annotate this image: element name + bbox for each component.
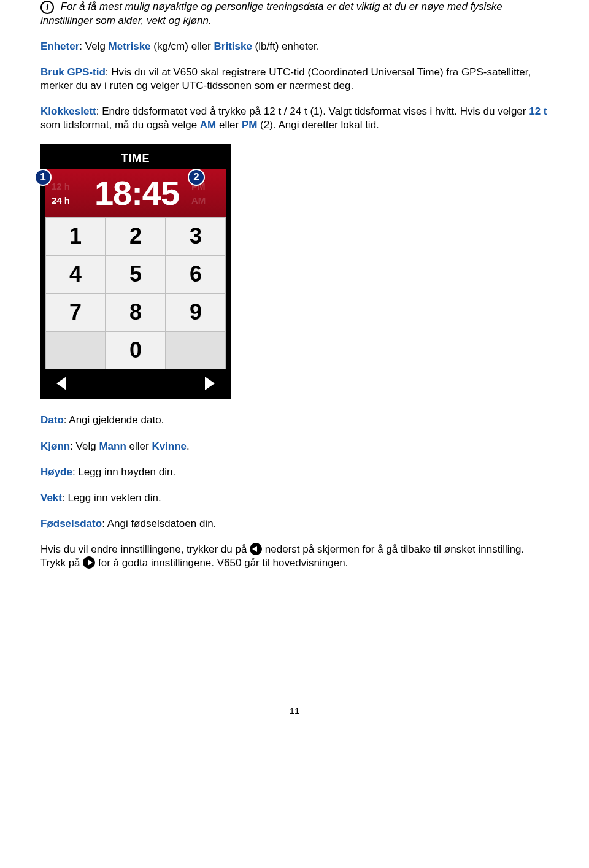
back-icon xyxy=(250,543,262,555)
text: : Angi fødselsdatoen din. xyxy=(102,518,216,529)
time-display: 18:45 xyxy=(82,171,191,216)
page-number: 11 xyxy=(40,705,549,717)
intro-para: i For å få mest mulig nøyaktige og perso… xyxy=(40,0,549,28)
enheter-opt2: Britiske xyxy=(214,40,252,52)
format-selector[interactable]: 12 h 24 h xyxy=(45,180,82,207)
key-blank-right xyxy=(166,331,226,369)
fdato-para: Fødselsdato: Angi fødselsdatoen din. xyxy=(40,517,549,531)
text: (2). Angi deretter lokal tid. xyxy=(257,119,379,131)
nav-prev-icon[interactable] xyxy=(56,377,66,390)
text: : Angi gjeldende dato. xyxy=(64,414,164,426)
device-mockup: 1 2 TIME 12 h 24 h 18:45 PM AM 1 2 3 4 5… xyxy=(40,144,231,399)
kjonn-label: Kjønn xyxy=(40,440,70,452)
klokke-label: Klokkeslett xyxy=(40,106,96,117)
dato-label: Dato xyxy=(40,414,64,426)
text: : Velg xyxy=(79,40,108,52)
text: (lb/ft) enheter. xyxy=(252,40,320,52)
key-2[interactable]: 2 xyxy=(106,217,166,255)
hoyde-para: Høyde: Legg inn høyden din. xyxy=(40,466,549,479)
key-9[interactable]: 9 xyxy=(166,293,226,331)
kjonn-para: Kjønn: Velg Mann eller Kvinne. xyxy=(40,440,549,453)
key-1[interactable]: 1 xyxy=(45,217,106,255)
forward-icon xyxy=(83,556,95,569)
text: . xyxy=(187,440,190,452)
gps-para: Bruk GPS-tid: Hvis du vil at V650 skal r… xyxy=(40,66,549,93)
kjonn-kvinne: Kvinne xyxy=(152,440,187,452)
fdato-label: Fødselsdato xyxy=(40,518,102,529)
klokke-pm: PM xyxy=(242,119,258,131)
outro-para: Hvis du vil endre innstillingene, trykke… xyxy=(40,543,549,570)
text: eller xyxy=(126,440,152,452)
vekt-para: Vekt: Legg inn vekten din. xyxy=(40,491,549,505)
key-5[interactable]: 5 xyxy=(106,255,166,293)
text: : Hvis du vil at V650 skal registrere UT… xyxy=(40,66,531,91)
key-blank-left xyxy=(45,331,106,369)
intro-text: For å få mest mulig nøyaktige og personl… xyxy=(40,1,502,26)
info-icon: i xyxy=(40,1,54,14)
text: Hvis du vil endre innstillingene, trykke… xyxy=(40,543,250,555)
text: : Legg inn høyden din. xyxy=(72,466,175,478)
keypad: 1 2 3 4 5 6 7 8 9 0 xyxy=(45,217,226,369)
enheter-para: Enheter: Velg Metriske (kg/cm) eller Bri… xyxy=(40,40,549,53)
text: for å godta innstillingene. V650 går til… xyxy=(98,557,348,569)
nav-next-icon[interactable] xyxy=(205,377,215,390)
vekt-label: Vekt xyxy=(40,492,62,504)
key-4[interactable]: 4 xyxy=(45,255,106,293)
ampm-am[interactable]: AM xyxy=(191,194,226,207)
text: (kg/cm) eller xyxy=(151,40,214,52)
text: : Endre tidsformatet ved å trykke på 12 … xyxy=(96,106,529,117)
kjonn-mann: Mann xyxy=(99,440,126,452)
text: som tidsformat, må du også velge xyxy=(40,119,200,131)
callout-2: 2 xyxy=(188,169,205,186)
callout-1: 1 xyxy=(34,169,52,186)
key-0[interactable]: 0 xyxy=(106,331,166,369)
format-24h[interactable]: 24 h xyxy=(52,194,82,207)
klokke-12t: 12 t xyxy=(529,106,547,117)
key-6[interactable]: 6 xyxy=(166,255,226,293)
key-7[interactable]: 7 xyxy=(45,293,106,331)
text: : Velg xyxy=(70,440,99,452)
enheter-label: Enheter xyxy=(40,40,79,52)
enheter-opt1: Metriske xyxy=(109,40,151,52)
dato-para: Dato: Angi gjeldende dato. xyxy=(40,413,549,427)
gps-label: Bruk GPS-tid xyxy=(40,66,106,78)
device-navbar xyxy=(45,369,226,394)
text: : Legg inn vekten din. xyxy=(62,492,161,504)
klokke-am: AM xyxy=(200,119,216,131)
hoyde-label: Høyde xyxy=(40,466,72,478)
klokke-para: Klokkeslett: Endre tidsformatet ved å tr… xyxy=(40,105,549,132)
key-3[interactable]: 3 xyxy=(166,217,226,255)
format-12h[interactable]: 12 h xyxy=(52,180,82,193)
text: eller xyxy=(216,119,242,131)
key-8[interactable]: 8 xyxy=(106,293,166,331)
device-title: TIME xyxy=(45,149,226,169)
